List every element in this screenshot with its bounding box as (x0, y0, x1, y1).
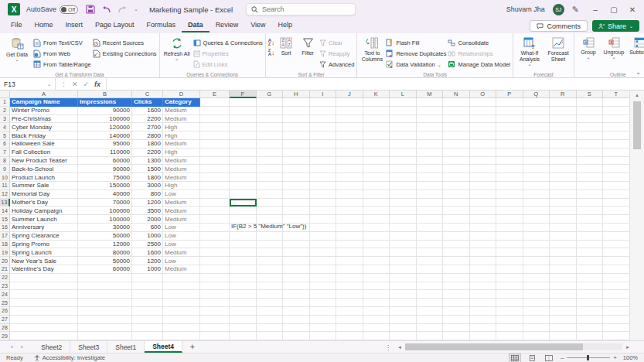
cell-B2[interactable]: 90000 (78, 107, 132, 115)
cell-S27[interactable] (577, 316, 604, 324)
cell-S6[interactable] (577, 140, 604, 149)
cell-I9[interactable] (310, 165, 337, 173)
cell-D29[interactable] (163, 332, 200, 340)
new-sheet-button[interactable]: + (182, 341, 203, 353)
cell-H28[interactable] (283, 324, 310, 333)
cell-N12[interactable] (443, 190, 470, 199)
column-header-F[interactable]: F (230, 90, 257, 98)
cell-B4[interactable]: 120000 (78, 123, 132, 131)
vertical-scrollbar[interactable]: ▲ (629, 90, 644, 340)
cell-C3[interactable]: 2200 (132, 115, 163, 124)
cell-L26[interactable] (390, 307, 417, 316)
cell-L7[interactable] (390, 149, 417, 157)
cell-K29[interactable] (363, 332, 390, 340)
cell-E16[interactable] (200, 224, 230, 232)
formula-bar-drag-icon[interactable]: ⋮ (61, 81, 66, 87)
autosave-switch-icon[interactable]: Off (60, 5, 78, 14)
cell-N11[interactable] (443, 182, 470, 190)
cell-S9[interactable] (577, 165, 604, 173)
column-header-D[interactable]: D (163, 90, 200, 98)
cell-A1[interactable]: Campaign Name (10, 98, 78, 107)
cell-B24[interactable] (78, 290, 132, 299)
scroll-up-icon[interactable]: ▲ (630, 90, 644, 100)
cell-C10[interactable]: 1800 (132, 173, 163, 182)
cell-Q3[interactable] (523, 115, 550, 124)
cell-K12[interactable] (363, 190, 390, 199)
cell-A8[interactable]: New Product Teaser (10, 157, 78, 166)
cell-S17[interactable] (577, 232, 604, 241)
row-header-12[interactable]: 12 (0, 190, 10, 199)
cell-E22[interactable] (200, 274, 230, 282)
cell-M29[interactable] (417, 332, 444, 340)
cell-O24[interactable] (470, 290, 497, 299)
cell-O17[interactable] (470, 232, 497, 241)
cell-L6[interactable] (390, 140, 417, 149)
column-header-P[interactable]: P (496, 90, 523, 98)
data-validation-button[interactable]: x Data Validation ⌄ (386, 60, 446, 69)
tab-data[interactable]: Data (182, 19, 210, 32)
column-header-R[interactable]: R (550, 90, 577, 98)
cell-M15[interactable] (417, 215, 444, 224)
cell-K13[interactable] (363, 199, 390, 207)
cell-O14[interactable] (470, 207, 497, 215)
cell-P9[interactable] (496, 165, 523, 173)
sheet-tab-overflow-icon[interactable]: ⋮ (385, 341, 391, 353)
cell-N29[interactable] (443, 332, 470, 340)
cell-H6[interactable] (283, 140, 310, 149)
tab-view[interactable]: View (244, 19, 271, 32)
cell-T21[interactable] (603, 265, 629, 274)
zoom-level[interactable]: 100% (623, 354, 638, 361)
cell-O22[interactable] (470, 274, 497, 282)
cell-Q20[interactable] (523, 257, 550, 265)
sheet-prev-icon[interactable]: ‹ (11, 343, 13, 350)
cell-B6[interactable]: 95000 (78, 140, 132, 149)
cell-E18[interactable] (200, 241, 230, 249)
cell-C9[interactable]: 1500 (132, 165, 163, 173)
cell-P20[interactable] (496, 257, 523, 265)
cell-R16[interactable] (550, 224, 577, 232)
cell-H2[interactable] (283, 107, 310, 115)
cell-M9[interactable] (417, 165, 444, 173)
cell-T14[interactable] (603, 207, 629, 215)
cell-K3[interactable] (363, 115, 390, 124)
cell-D1[interactable]: Category (163, 98, 200, 107)
cell-L19[interactable] (390, 248, 417, 257)
cell-B3[interactable]: 100000 (78, 115, 132, 124)
cell-E14[interactable] (200, 207, 230, 215)
cell-G21[interactable] (257, 265, 284, 274)
cell-A2[interactable]: Winter Promo (10, 107, 78, 115)
cell-T13[interactable] (603, 199, 629, 207)
cell-L18[interactable] (390, 241, 417, 249)
cell-A9[interactable]: Back-to-School (10, 165, 78, 173)
cell-F22[interactable] (230, 274, 257, 282)
cell-T9[interactable] (603, 165, 629, 173)
cell-J19[interactable] (336, 248, 363, 257)
flash-fill-button[interactable]: Flash Fill (386, 38, 446, 47)
cell-E13[interactable] (200, 199, 230, 207)
cell-D23[interactable] (163, 282, 200, 291)
cell-R28[interactable] (550, 324, 577, 333)
maximize-button[interactable]: ▢ (605, 2, 622, 17)
cell-A14[interactable]: Holiday Campaign (10, 207, 78, 215)
cell-J28[interactable] (336, 324, 363, 333)
cell-N23[interactable] (443, 282, 470, 291)
cell-E19[interactable] (200, 248, 230, 257)
cell-P6[interactable] (496, 140, 523, 149)
cell-N2[interactable] (443, 107, 470, 115)
cell-Q27[interactable] (523, 316, 550, 324)
cell-N21[interactable] (443, 265, 470, 274)
cell-I14[interactable] (310, 207, 337, 215)
cell-O4[interactable] (470, 123, 497, 131)
cell-P15[interactable] (496, 215, 523, 224)
cell-E27[interactable] (200, 316, 230, 324)
cell-G22[interactable] (257, 274, 284, 282)
zoom-slider[interactable]: – + (561, 354, 617, 361)
cell-D17[interactable]: Low (163, 232, 200, 241)
cell-P2[interactable] (496, 107, 523, 115)
cell-T6[interactable] (603, 140, 629, 149)
cell-D21[interactable]: Medium (163, 265, 200, 274)
cell-J12[interactable] (336, 190, 363, 199)
cell-C23[interactable] (132, 282, 163, 291)
cell-A15[interactable]: Summer Launch (10, 215, 78, 224)
cell-T24[interactable] (603, 290, 629, 299)
